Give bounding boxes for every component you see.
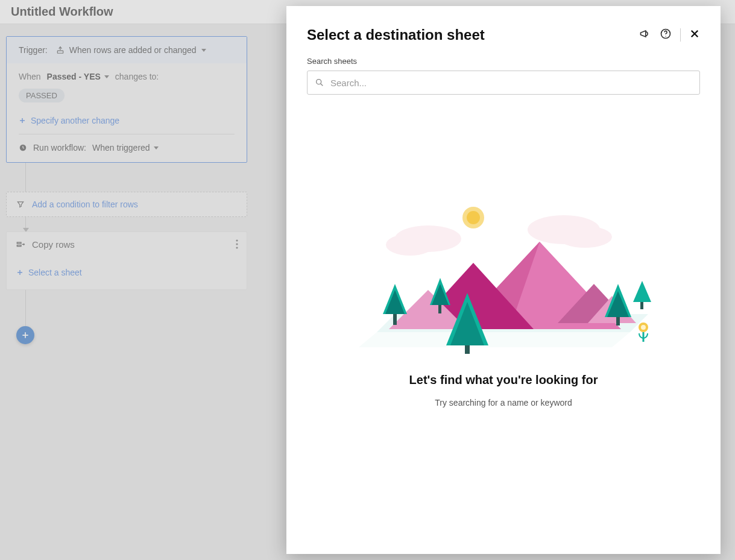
svg-point-9 [317, 80, 321, 84]
close-button[interactable] [689, 28, 700, 42]
panel-title: Select a destination sheet [307, 27, 485, 43]
svg-rect-29 [438, 305, 441, 313]
when-field-select[interactable]: Passed - YES [47, 72, 109, 81]
action-header: Copy rows [7, 232, 247, 257]
trigger-icon [56, 46, 65, 54]
caret-down-icon [104, 75, 109, 78]
trigger-card[interactable]: Trigger: When rows are added or changed … [6, 36, 247, 163]
svg-rect-37 [640, 302, 643, 309]
run-workflow-label: Run workflow: [33, 143, 86, 153]
filter-icon [16, 200, 25, 209]
svg-marker-17 [359, 332, 630, 347]
copy-rows-icon [16, 241, 26, 249]
action-card[interactable]: Copy rows Select a sheet [6, 231, 247, 290]
close-icon [689, 28, 700, 39]
caret-down-icon [154, 146, 159, 149]
help-icon [660, 28, 672, 40]
trigger-body: When Passed - YES changes to: PASSED Spe… [7, 63, 247, 162]
svg-marker-36 [633, 281, 651, 302]
when-label: When [19, 72, 41, 81]
search-label: Search sheets [307, 57, 700, 66]
action-title: Copy rows [32, 239, 75, 250]
empty-subtitle: Try searching for a name or keyword [435, 398, 572, 407]
svg-rect-26 [393, 314, 397, 325]
trigger-header: Trigger: When rows are added or changed [7, 37, 247, 63]
trigger-type-select[interactable]: When rows are added or changed [56, 45, 206, 55]
add-action-button[interactable] [16, 326, 34, 344]
svg-rect-32 [465, 345, 470, 354]
feedback-button[interactable] [639, 28, 651, 42]
svg-point-5 [236, 243, 238, 245]
connector [25, 163, 26, 192]
specify-another-change-link[interactable]: Specify another change [19, 116, 235, 125]
plus-icon [19, 117, 26, 124]
plus-icon [16, 269, 24, 276]
page-title[interactable]: Untitled Workflow [11, 5, 113, 19]
svg-rect-40 [643, 332, 645, 342]
clock-icon [19, 143, 27, 152]
empty-illustration [353, 193, 654, 356]
divider [680, 28, 681, 42]
trigger-type-label: When rows are added or changed [69, 45, 197, 55]
svg-point-15 [558, 226, 612, 248]
svg-rect-35 [616, 317, 620, 326]
plus-icon [21, 331, 30, 339]
megaphone-icon [639, 28, 651, 40]
svg-point-13 [386, 234, 434, 256]
run-schedule-select[interactable]: When triggered [92, 143, 159, 153]
svg-rect-0 [57, 51, 63, 53]
search-input[interactable] [330, 78, 692, 88]
empty-title: Let's find what you're looking for [409, 373, 598, 387]
search-field[interactable] [307, 71, 700, 95]
value-pill[interactable]: PASSED [19, 89, 65, 102]
caret-down-icon [201, 49, 206, 52]
changes-to-label: changes to: [115, 72, 159, 81]
svg-point-6 [236, 247, 238, 248]
add-condition-link: Add a condition to filter rows [32, 200, 138, 209]
search-icon [315, 78, 324, 87]
connector [25, 290, 26, 326]
connector-arrow [25, 217, 26, 231]
svg-point-4 [236, 239, 238, 241]
more-vertical-icon [236, 239, 238, 249]
action-more-button[interactable] [236, 239, 238, 251]
svg-point-39 [641, 325, 646, 330]
svg-point-8 [665, 36, 666, 37]
select-sheet-link[interactable]: Select a sheet [16, 268, 237, 277]
trigger-label: Trigger: [19, 45, 48, 55]
help-button[interactable] [660, 28, 672, 42]
destination-sheet-panel: Select a destination sheet Search sheets [286, 6, 721, 554]
empty-state: Let's find what you're looking for Try s… [307, 95, 700, 542]
svg-point-11 [467, 211, 480, 224]
add-condition-card[interactable]: Add a condition to filter rows [6, 192, 247, 217]
svg-rect-2 [17, 242, 21, 244]
svg-rect-3 [17, 245, 21, 246]
